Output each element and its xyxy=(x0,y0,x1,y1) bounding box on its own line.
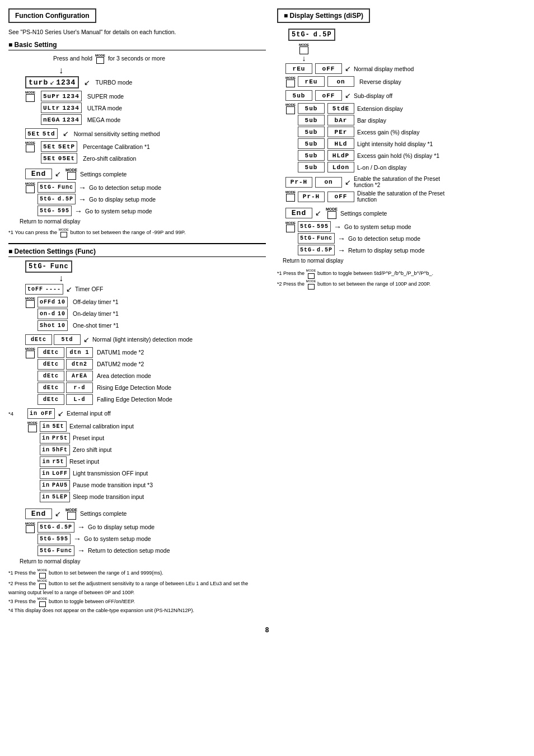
sub-off-d1: 5ub xyxy=(285,90,312,101)
reset-in-row: in r5t Reset input xyxy=(40,456,153,467)
normal-sensitivity-row: 5Et 5td ↙ Normal sensitivity setting met… xyxy=(25,128,266,139)
mode-btn-disp-end[interactable] xyxy=(327,211,336,219)
mode-btn-dfn2[interactable] xyxy=(39,584,46,589)
sub-off-label: Sub-display off xyxy=(354,92,392,99)
sub-per-d1: 5ub xyxy=(298,127,325,137)
reverse-disp-row: rEu on Reverse display xyxy=(298,76,401,87)
off-delay-row: oFFd 10 Off-delay timer *1 xyxy=(38,297,119,307)
basic-goto-display-row: 5tG-d.5P → Go to display setup mode xyxy=(38,194,161,204)
light-off-in-display: in LoFF xyxy=(40,468,70,479)
sub-hldp-row: 5ub HLdP Excess gain hold (%) display *1 xyxy=(298,150,439,161)
det-goto-display-disp: 5tG-d.5P xyxy=(38,522,74,533)
detection-main-display: 5tG- Func xyxy=(25,260,72,273)
basic-return-normal: Return to normal display xyxy=(20,218,266,225)
mode-btn-ext[interactable] xyxy=(28,424,37,432)
off-delay-display: oFFd 10 xyxy=(38,297,68,307)
falling-det-row: dEtc L‑d Falling Edge Detection Mode xyxy=(38,394,172,405)
one-shot-row: Shot 10 One-shot timer *1 xyxy=(38,320,119,331)
sub-hldp-d2: HLdP xyxy=(327,150,354,161)
ext-cal-row: in 5Et External calibration input xyxy=(40,421,153,432)
mode-btn-det-end[interactable] xyxy=(67,512,76,520)
rising-det-label: Rising Edge Detection Mode xyxy=(97,384,171,391)
preset-disable-label: Disable the saturation of the Preset fun… xyxy=(357,190,447,203)
mode-btn-dispfn2[interactable] xyxy=(308,284,315,290)
super-mode-row: 5uPr 1234 SUPER mode xyxy=(41,91,124,101)
zero-shift-in-row: in 5hFt Zero shift input xyxy=(40,445,153,455)
sub-per-row: 5ub PEr Excess gain (%) display xyxy=(298,127,439,137)
sub-bar-label: Bar display xyxy=(357,117,386,124)
basic-goto-system-label: Go to system setup mode xyxy=(85,208,152,214)
ultra-display: ULtr 1234 xyxy=(41,102,82,113)
ext-input-note: *4 xyxy=(8,410,13,417)
ext-cal-label: External calibration input xyxy=(69,423,134,430)
on-delay-label: On-delay timer *1 xyxy=(73,310,119,317)
normal-disp-d2: oFF xyxy=(315,63,342,74)
preset-enable-label: Enable the saturation of the Preset func… xyxy=(354,176,443,188)
basic-footnote1: *1 You can press the MODE button to set … xyxy=(8,227,266,237)
function-config-title-box: Function Configuration xyxy=(8,8,96,23)
det-end-row: End ↙ MODE Settings complete xyxy=(25,508,266,520)
mode-btn-disp-top[interactable] xyxy=(299,46,308,54)
turbo-display: turb↙1234 xyxy=(25,76,79,88)
mode-btn-basic-end[interactable] xyxy=(67,172,76,180)
mode-btn-basic[interactable] xyxy=(96,57,104,64)
det-normal-row: dEtc 5td ↙ Normal (light intensity) dete… xyxy=(25,334,266,345)
on-delay-row: on-d 10 On-delay timer *1 xyxy=(38,309,119,319)
det-settings-complete: Settings complete xyxy=(80,510,127,517)
basic-setting-section: ■ Basic Setting Press and hold MODE for … xyxy=(8,41,266,237)
disp-system-disp: 5tG-595 xyxy=(298,221,331,232)
sub-stde-d2: 5tdE xyxy=(327,103,354,114)
timer-off-label: Timer OFF xyxy=(75,286,103,292)
disp-end-row: End ↙ MODE Settings complete xyxy=(285,207,526,219)
basic-display-disp: 5tG-d.5P xyxy=(38,194,76,204)
det-fn3: *3 Press the MODE button to toggle betwe… xyxy=(8,596,266,607)
sub-off-row: 5ub oFF ↙ Sub-display off xyxy=(285,90,526,101)
mode-btn-sub[interactable] xyxy=(286,106,295,114)
basic-goto-system-row: 5tG-595 → Go to system setup mode xyxy=(38,206,161,216)
reset-in-label: Reset input xyxy=(69,458,99,465)
basic-setting-header: ■ Basic Setting xyxy=(8,41,266,50)
ext-off-display: in oFF xyxy=(27,408,55,419)
disp-main-display: 5tG- d.5P xyxy=(288,29,335,41)
timer-off-display: toFF ---- xyxy=(25,284,63,295)
light-off-in-row: in LoFF Light transmission OFF input xyxy=(40,468,153,479)
det-fn2: *2 Press the MODE button to set the adju… xyxy=(8,578,266,597)
intro-text: See "PS-N10 Series User's Manual" for de… xyxy=(8,29,266,35)
super-label: SUPER mode xyxy=(87,93,124,100)
det-goto-system-label: Go to system setup mode xyxy=(84,535,151,542)
area-det-row: dEtc ArEA Area detection mode xyxy=(38,371,172,381)
off-delay-label: Off-delay timer *1 xyxy=(73,298,119,305)
mode-btn-det[interactable] xyxy=(26,351,35,358)
mode-btn-dfn1[interactable] xyxy=(39,573,46,578)
mode-btn-dispfn1[interactable] xyxy=(308,273,315,279)
preset-en-d2: on xyxy=(315,177,342,188)
pause-in-row: in PAU5 Pause mode transition input *3 xyxy=(40,480,153,491)
mode-btn-basic-nav[interactable] xyxy=(26,185,35,193)
mode-btn-timer[interactable] xyxy=(26,300,35,308)
mode-btn-fn1[interactable] xyxy=(60,232,67,237)
sub-ldon-d1: 5ub xyxy=(298,162,325,172)
page-wrapper: Function Configuration ■ Display Setting… xyxy=(8,8,526,634)
disp-goto-system-label: Go to system setup mode xyxy=(344,223,411,230)
mode-btn-preset[interactable] xyxy=(286,194,295,202)
light-off-in-label: Light transmission OFF input xyxy=(73,470,148,477)
disp-detection-disp: 5tG-Func xyxy=(298,233,335,244)
left-column: See "PS-N10 Series User's Manual" for de… xyxy=(8,29,266,615)
sub-stde-label: Extension display xyxy=(357,105,403,112)
basic-goto-detection-row: 5tG-Func → Go to detection setup mode xyxy=(38,182,161,193)
preset-in-label: Preset input xyxy=(73,435,104,441)
on-delay-display: on-d 10 xyxy=(38,309,68,319)
mode-btn-disp-nav[interactable] xyxy=(286,225,295,232)
mode-btn-disp-rev[interactable] xyxy=(286,80,295,87)
sub-hld-d2: HLd xyxy=(327,138,354,149)
disp-fn2: *2 Press the MODE button to set between … xyxy=(277,279,526,290)
mode-btn-det-nav[interactable] xyxy=(26,525,35,533)
det-goto-system-row: 5tG-595 → Go to system setup mode xyxy=(38,534,170,544)
pause-in-display: in PAU5 xyxy=(40,480,70,491)
mode-btn-sens[interactable] xyxy=(26,144,35,152)
one-shot-label: One-shot timer *1 xyxy=(73,322,119,329)
mode-btn-1[interactable] xyxy=(26,94,35,102)
right-column: 5tG- d.5P MODE ↓ rEu oFF ↙ Normal displa… xyxy=(277,29,526,615)
mega-mode-row: nEGA 1234 MEGA mode xyxy=(41,114,124,125)
mode-btn-dfn3[interactable] xyxy=(39,601,46,607)
